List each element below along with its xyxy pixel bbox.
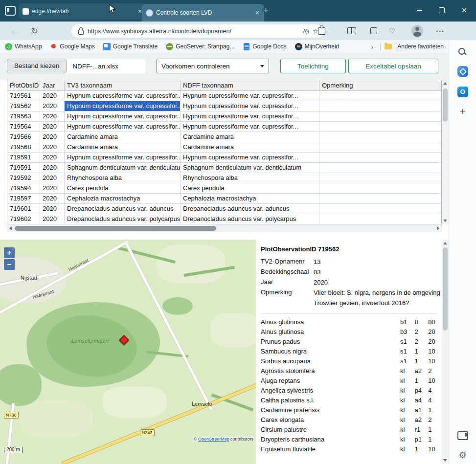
table-cell[interactable]: 719563 <box>7 111 40 121</box>
table-cell[interactable]: 2020 <box>40 173 65 183</box>
table-cell[interactable] <box>319 214 441 224</box>
table-row[interactable]: 7195912020Hypnum cupressiforme var. cupr… <box>7 153 441 163</box>
favorite-geoserver[interactable]: GeoServer: Startpag... <box>166 43 234 50</box>
other-favorites-button[interactable]: Andere favorieten <box>385 43 444 50</box>
favorite-google-docs[interactable]: Google Docs <box>243 43 286 50</box>
table-cell[interactable]: 2020 <box>40 91 65 101</box>
table-cell[interactable]: Drepanocladus aduncus var. aduncus <box>181 204 319 214</box>
toelichting-button[interactable]: Toelichting <box>280 59 346 73</box>
table-cell[interactable]: 2020 <box>40 132 65 142</box>
table-cell[interactable]: 719568 <box>7 142 40 152</box>
table-cell[interactable] <box>319 132 441 142</box>
sidebar-search-button[interactable] <box>449 45 476 59</box>
collections-button[interactable] <box>365 22 382 40</box>
table-cell[interactable]: Cephalozia macrostachya <box>65 194 181 203</box>
table-cell[interactable]: Cardamine amara <box>181 132 319 142</box>
table-cell[interactable] <box>319 194 441 203</box>
table-cell[interactable]: Drepanocladus aduncus var. aduncus <box>65 204 181 214</box>
table-row[interactable]: 7196022020Drepanocladus aduncus var. pol… <box>7 214 441 224</box>
extensions-button[interactable] <box>313 22 330 40</box>
scroll-down-icon[interactable] <box>443 220 447 222</box>
table-cell[interactable]: 2020 <box>40 142 65 152</box>
favorite-mijnoverheid[interactable]: MijnOverheid <box>295 43 340 50</box>
back-button[interactable]: ← <box>7 22 22 40</box>
details-vscrollbar[interactable] <box>442 240 449 464</box>
table-cell[interactable]: 719566 <box>7 132 40 142</box>
table-cell[interactable]: Hypnum cupressiforme var. cupressifor... <box>65 122 181 132</box>
profile-button[interactable] <box>409 22 426 40</box>
action-select[interactable]: Voorkomen controleren <box>157 59 269 73</box>
table-cell[interactable]: Hypnum cupressiforme var. cupressifor... <box>181 91 319 101</box>
scrollbar-thumb[interactable] <box>443 247 448 331</box>
file-input[interactable]: Bestand kiezen NDFF-...an.xlsx <box>7 59 146 73</box>
scroll-right-icon[interactable] <box>437 226 439 230</box>
scroll-left-icon[interactable] <box>9 226 12 230</box>
table-cell[interactable] <box>319 111 441 121</box>
table-cell[interactable] <box>319 153 441 162</box>
table-row[interactable]: 7195922020Rhynchospora albaRhynchospora … <box>7 173 441 183</box>
table-cell[interactable]: 2020 <box>40 163 65 173</box>
sidebar-settings-button[interactable]: ⚙ <box>449 448 476 462</box>
show-more-favorites-button[interactable]: › <box>368 43 376 51</box>
url-text[interactable]: https://www.synbiosys.alterra.nl/control… <box>88 28 299 35</box>
table-cell[interactable]: Rhynchospora alba <box>65 173 181 183</box>
tab-newtab[interactable]: edge://newtab × <box>19 3 147 19</box>
table-cell[interactable]: Sphagnum denticulatum var. denticulatum <box>65 163 181 173</box>
sidebar-outlook-button[interactable]: O <box>449 85 476 99</box>
favorite-google-translate[interactable]: Google Translate <box>103 43 158 50</box>
refresh-button[interactable]: ↻ <box>27 22 42 40</box>
table-cell[interactable]: Hypnum cupressiforme var. cupressifor... <box>181 153 319 162</box>
table-cell[interactable]: Hypnum cupressiforme var. cupressifor... <box>181 122 319 132</box>
table-cell[interactable]: Sphagnum denticulatum var. denticulatum <box>181 163 319 173</box>
table-cell[interactable]: 2020 <box>40 214 65 224</box>
table-cell[interactable]: 2020 <box>40 204 65 214</box>
tab-close-icon[interactable]: × <box>254 9 260 17</box>
table-cell[interactable]: 719564 <box>7 122 40 132</box>
table-cell[interactable]: 2020 <box>40 101 65 111</box>
table-cell[interactable]: Hypnum cupressiforme var. cupressifor... <box>65 101 181 111</box>
read-aloud-icon[interactable]: A)) <box>303 28 309 34</box>
table-cell[interactable]: 719594 <box>7 183 40 193</box>
table-cell[interactable]: Cephalozia macrostachya <box>181 194 319 203</box>
scrollbar-thumb[interactable] <box>443 88 448 122</box>
table-row[interactable]: 7195682020Cardamine amaraCardamine amara <box>7 142 441 153</box>
zoom-in-button[interactable]: + <box>4 247 15 258</box>
table-cell[interactable]: 2020 <box>40 122 65 132</box>
split-screen-button[interactable] <box>343 22 360 40</box>
new-tab-button[interactable]: + <box>263 5 269 15</box>
table-cell[interactable]: 2020 <box>40 183 65 193</box>
table-cell[interactable]: Hypnum cupressiforme var. cupressifor... <box>181 111 319 121</box>
table-cell[interactable]: 719602 <box>7 214 40 224</box>
table-cell[interactable] <box>319 163 441 173</box>
grid-header-cell[interactable]: NDFF taxonnaam <box>181 80 319 90</box>
table-cell[interactable]: Carex pendula <box>181 183 319 193</box>
sidebar-toggle-button[interactable] <box>449 429 476 442</box>
table-cell[interactable]: Cardamine amara <box>65 132 181 142</box>
table-vscrollbar[interactable] <box>442 80 449 224</box>
grid-header-cell[interactable]: PlotObsID <box>7 80 40 90</box>
table-row[interactable]: 7195912020Sphagnum denticulatum var. den… <box>7 163 441 173</box>
table-cell[interactable] <box>319 183 441 193</box>
minimize-button[interactable] <box>408 1 431 20</box>
table-cell[interactable]: 719591 <box>7 153 40 162</box>
table-cell[interactable] <box>319 101 441 111</box>
grid-header-cell[interactable]: Opmerking <box>319 80 441 90</box>
table-row[interactable]: 7195632020Hypnum cupressiforme var. cupr… <box>7 111 441 122</box>
table-row[interactable]: 7195662020Cardamine amaraCardamine amara <box>7 132 441 142</box>
table-cell[interactable]: Rhynchospora alba <box>181 173 319 183</box>
table-cell[interactable]: 719597 <box>7 194 40 203</box>
table-cell[interactable]: Cardamine amara <box>181 142 319 152</box>
table-cell[interactable]: Drepanocladus aduncus var. polycarpus <box>65 214 181 224</box>
table-cell[interactable]: 2020 <box>40 194 65 203</box>
table-cell[interactable] <box>319 91 441 101</box>
scrollbar-thumb[interactable] <box>15 226 216 231</box>
table-cell[interactable] <box>319 142 441 152</box>
close-button[interactable]: × <box>453 1 476 20</box>
table-cell[interactable]: 719561 <box>7 91 40 101</box>
sidebar-shopping-button[interactable] <box>449 65 476 78</box>
sidebar-add-button[interactable]: + <box>449 105 476 118</box>
table-row[interactable]: 7195612020Hypnum cupressiforme var. cupr… <box>7 91 441 101</box>
tab-controle-soorten-lvd[interactable]: Controle soorten LVD × <box>142 4 264 22</box>
table-cell[interactable] <box>319 122 441 132</box>
table-row[interactable]: 7195942020Carex pendulaCarex pendula <box>7 183 441 194</box>
